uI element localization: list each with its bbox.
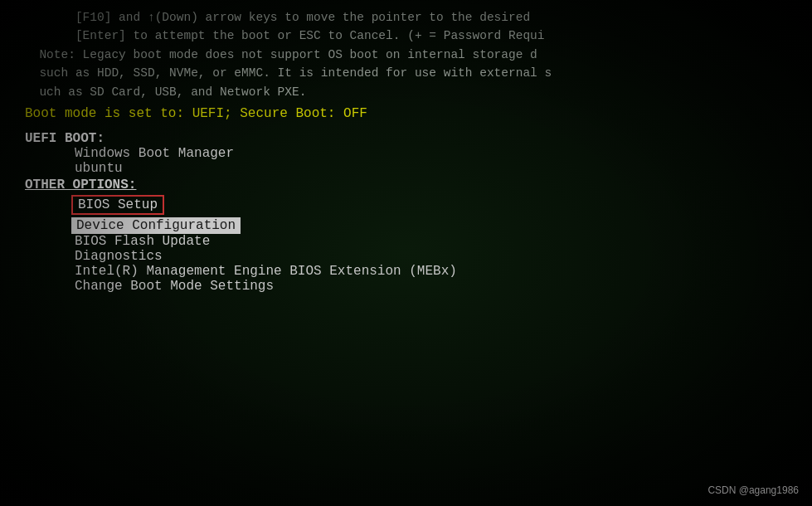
other-options-section: OTHER OPTIONS: BIOS Setup Device Configu… bbox=[25, 178, 787, 294]
device-config-row[interactable]: Device Configuration bbox=[25, 217, 787, 234]
diagnostics-item[interactable]: Diagnostics bbox=[25, 249, 787, 264]
instruction-text: [F10] and ↑(Down) arrow keys to move the… bbox=[25, 8, 787, 101]
boot-mode-status: Boot mode is set to: UEFI; Secure Boot: … bbox=[25, 106, 787, 121]
bios-setup-item[interactable]: BIOS Setup bbox=[71, 195, 164, 215]
uefi-item-windows[interactable]: Windows Boot Manager bbox=[25, 146, 787, 161]
watermark: CSDN @agang1986 bbox=[707, 484, 799, 496]
uefi-boot-section: UEFI BOOT: Windows Boot Manager ubuntu bbox=[25, 131, 787, 176]
instruction-line-1: [F10] and ↑(Down) arrow keys to move the… bbox=[25, 8, 787, 27]
device-config-item[interactable]: Device Configuration bbox=[71, 217, 241, 234]
uefi-item-ubuntu[interactable]: ubuntu bbox=[25, 161, 787, 176]
instruction-line-4: such as HDD, SSD, NVMe, or eMMC. It is i… bbox=[25, 64, 787, 82]
instruction-line-3: Note: Legacy boot mode does not support … bbox=[25, 46, 787, 64]
bios-setup-row[interactable]: BIOS Setup bbox=[25, 195, 787, 215]
instruction-line-2: [Enter] to attempt the boot or ESC to Ca… bbox=[25, 27, 787, 45]
bios-flash-item[interactable]: BIOS Flash Update bbox=[25, 234, 787, 249]
other-options-header: OTHER OPTIONS: bbox=[25, 178, 136, 192]
intel-mebx-item[interactable]: Intel(R) Management Engine BIOS Extensio… bbox=[25, 264, 787, 279]
instruction-line-5: uch as SD Card, USB, and Network PXE. bbox=[25, 83, 787, 101]
bios-screen: [F10] and ↑(Down) arrow keys to move the… bbox=[0, 0, 812, 506]
bios-content: [F10] and ↑(Down) arrow keys to move the… bbox=[0, 0, 812, 506]
uefi-boot-header: UEFI BOOT: bbox=[25, 131, 105, 146]
boot-mode-text: Boot mode is set to: UEFI; Secure Boot: … bbox=[25, 106, 367, 121]
change-boot-mode-item[interactable]: Change Boot Mode Settings bbox=[25, 279, 787, 294]
